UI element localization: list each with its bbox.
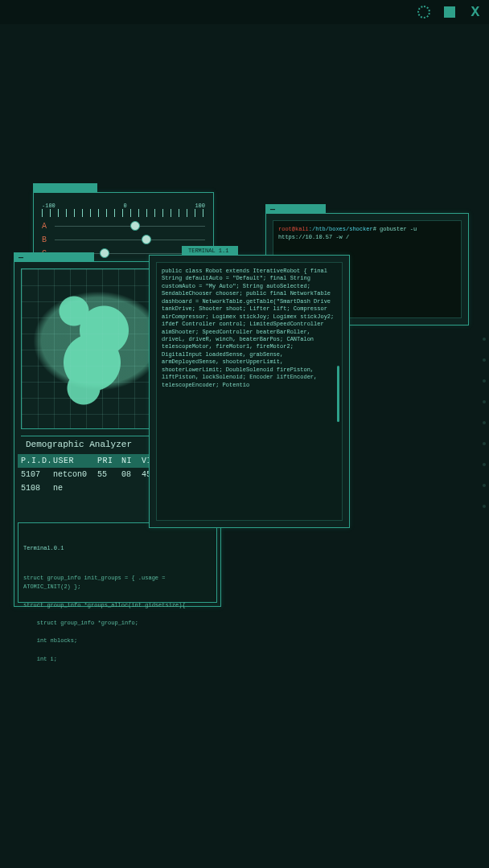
slider-label: B bbox=[42, 235, 50, 244]
analyzer-title: Demographic Analyzer bbox=[26, 440, 132, 449]
settings-icon[interactable] bbox=[417, 5, 431, 19]
minimize-icon[interactable]: — bbox=[270, 205, 275, 214]
slider-label: A bbox=[42, 222, 50, 231]
dot-icon bbox=[483, 358, 486, 362]
terminal-title: Terminal.0.1 bbox=[23, 544, 212, 553]
dot-icon bbox=[483, 338, 486, 341]
shell-user: root@kali bbox=[278, 226, 309, 232]
code-body[interactable]: public class Robot extends IterativeRobo… bbox=[156, 262, 343, 521]
window-tab[interactable]: — bbox=[265, 204, 326, 214]
ruler-ticks bbox=[42, 209, 205, 217]
slider-knob-c[interactable] bbox=[100, 248, 109, 258]
window-tab[interactable]: — bbox=[14, 252, 94, 262]
slider-track-b[interactable] bbox=[55, 240, 205, 240]
dot-icon bbox=[483, 379, 486, 383]
terminal-output: struct group_info init_groups = { .usage… bbox=[23, 574, 212, 664]
slider-row-a: A bbox=[42, 222, 205, 231]
side-indicator-dots bbox=[483, 338, 486, 508]
dot-icon bbox=[483, 421, 486, 424]
slider-knob-b[interactable] bbox=[142, 235, 151, 244]
scrollbar[interactable] bbox=[337, 366, 339, 422]
terminal-panel-0[interactable]: Terminal.0.1 struct group_info init_grou… bbox=[18, 522, 217, 603]
slider-row-b: B bbox=[42, 235, 205, 244]
dot-icon bbox=[483, 442, 486, 445]
slider-knob-a[interactable] bbox=[130, 221, 140, 231]
close-icon[interactable]: X bbox=[468, 5, 483, 19]
code-lines: public class Robot extends IterativeRobo… bbox=[162, 268, 337, 389]
title-bar: X bbox=[0, 0, 489, 24]
dot-icon bbox=[483, 484, 486, 487]
minimize-icon[interactable]: — bbox=[18, 253, 23, 262]
window-tab[interactable] bbox=[33, 183, 97, 193]
shell-path: :/htb/boxes/shocker bbox=[309, 226, 373, 232]
dot-icon bbox=[483, 463, 486, 466]
window-icon[interactable] bbox=[442, 5, 457, 19]
slider-track-a[interactable] bbox=[55, 226, 205, 227]
dot-icon bbox=[483, 505, 486, 508]
dot-icon bbox=[483, 400, 486, 403]
code-window-title: TERMINAL 1.1 bbox=[188, 248, 228, 254]
code-window[interactable]: TERMINAL 1.1 public class Robot extends … bbox=[149, 255, 350, 528]
slider-scale: -100 0 100 bbox=[42, 203, 205, 209]
